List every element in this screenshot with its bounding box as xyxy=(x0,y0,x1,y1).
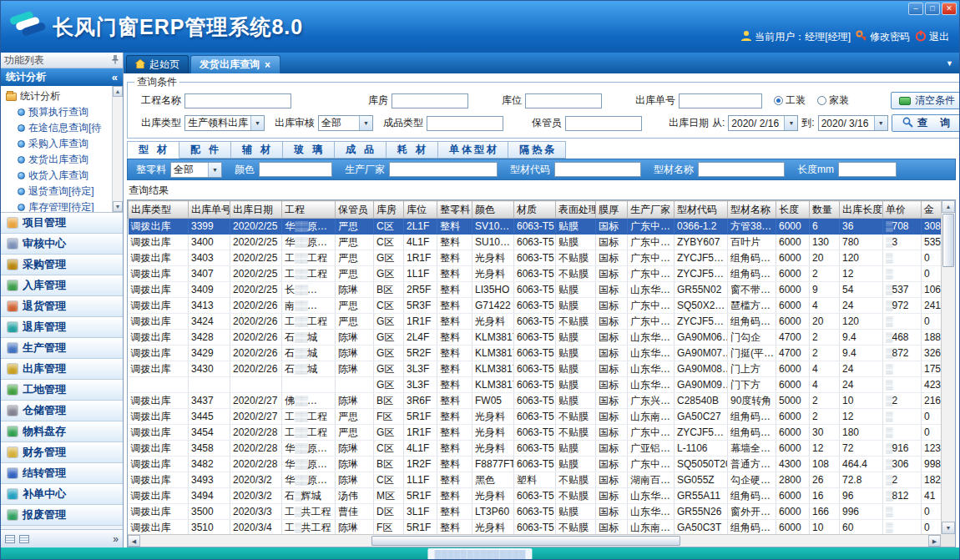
material-tab[interactable]: 玻璃 xyxy=(283,141,335,159)
cell[interactable]: 6063-T5 xyxy=(514,488,556,504)
cell[interactable]: 贴膜 xyxy=(556,298,596,314)
cell[interactable]: 调拨出库 xyxy=(129,282,189,298)
cell[interactable]: 72 xyxy=(840,441,883,457)
cell[interactable]: FW05 xyxy=(472,393,514,409)
cell[interactable]: 2 xyxy=(810,330,840,346)
cell[interactable]: GR55N26 xyxy=(675,504,728,520)
sidebar-item-inbound[interactable]: 入库管理 xyxy=(1,275,123,296)
cell[interactable]: 2020/2/26 xyxy=(230,298,282,314)
table-row[interactable]: 调拨出库34542020/2/28工▒▒工程严思G区1R1F整料光身料6063-… xyxy=(129,425,942,441)
material-tab[interactable]: 型材 xyxy=(127,141,179,159)
cell[interactable]: SV10… xyxy=(472,219,514,235)
cell[interactable]: 光身料 xyxy=(472,266,514,282)
column-header[interactable]: 表面处理 xyxy=(556,201,596,219)
column-header[interactable]: 金 xyxy=(922,201,942,219)
cell[interactable]: 国标 xyxy=(596,346,628,361)
cell[interactable]: 2020/3/2 xyxy=(230,472,282,488)
tree-item[interactable]: 采购入库查询 xyxy=(6,136,111,152)
cell[interactable]: 光身料 xyxy=(472,441,514,457)
cell[interactable]: 国标 xyxy=(596,314,628,330)
column-header[interactable]: 整零料 xyxy=(437,201,472,219)
sidebar-item-supplement[interactable]: 补单中心 xyxy=(1,484,123,505)
cell[interactable]: 3403 xyxy=(189,250,230,266)
cell[interactable]: 光身料 xyxy=(472,314,514,330)
cell[interactable]: 4L1F xyxy=(404,441,437,457)
cell[interactable]: 106 xyxy=(922,282,942,298)
cell[interactable]: 长▒▒… xyxy=(282,282,336,298)
cell[interactable]: ▒306 xyxy=(883,457,922,472)
column-header[interactable]: 出库日期 xyxy=(230,201,282,219)
cell[interactable]: 2L1F xyxy=(404,219,437,235)
cell[interactable]: 1R1F xyxy=(404,425,437,441)
horizontal-scrollbar[interactable]: ◀ ▶ xyxy=(128,534,941,547)
cell[interactable]: 2020/2/25 xyxy=(230,266,282,282)
cell[interactable]: 不贴膜 xyxy=(556,250,596,266)
vertical-scrollbar[interactable]: ▲ ▼ xyxy=(941,200,955,534)
cell[interactable]: 调拨出库 xyxy=(129,298,189,314)
cell[interactable]: 整料 xyxy=(437,250,472,266)
cell[interactable]: 3L3F xyxy=(404,377,437,393)
cell[interactable] xyxy=(129,377,189,393)
cell[interactable]: 贴膜 xyxy=(556,457,596,472)
cell[interactable]: 陈琳 xyxy=(336,520,374,535)
cell[interactable]: 6000 xyxy=(776,219,810,235)
cell[interactable]: 166 xyxy=(810,504,840,520)
table-row[interactable]: 调拨出库33992020/2/25华▒▒原…严思C区2L1F整料SV10…606… xyxy=(129,219,942,235)
cell[interactable]: 2020/2/27 xyxy=(230,409,282,425)
cell[interactable]: 组角码… xyxy=(728,520,776,535)
cell[interactable]: 南▒▒… xyxy=(282,298,336,314)
cell[interactable]: 不贴膜 xyxy=(556,409,596,425)
list-view-icon[interactable] xyxy=(5,535,15,543)
cell[interactable]: 整料 xyxy=(437,314,472,330)
column-header[interactable]: 型材代码 xyxy=(675,201,728,219)
cell[interactable]: 调拨出库 xyxy=(129,219,189,235)
cell[interactable]: 广东中… xyxy=(628,457,675,472)
cell[interactable]: 华▒▒原… xyxy=(282,219,336,235)
cell[interactable]: 3445 xyxy=(189,409,230,425)
table-row[interactable]: 调拨出库34002020/2/25华▒▒原…严思C区4L1F整料SU10…606… xyxy=(129,235,942,250)
cell[interactable] xyxy=(230,377,282,393)
cell[interactable]: 严思 xyxy=(336,409,374,425)
cell[interactable] xyxy=(336,377,374,393)
cell[interactable]: 陈琳 xyxy=(336,361,374,377)
cell[interactable]: 光身料 xyxy=(472,409,514,425)
date-from-picker[interactable]: 2020/ 2/16 ▼ xyxy=(728,115,798,131)
cell[interactable]: 严思 xyxy=(336,250,374,266)
cell[interactable]: 国标 xyxy=(596,441,628,457)
cell[interactable]: 幕墙全… xyxy=(728,441,776,457)
cell[interactable]: 41 xyxy=(922,488,942,504)
cell[interactable]: 调拨出库 xyxy=(129,472,189,488)
column-header[interactable]: 库房 xyxy=(374,201,404,219)
cell[interactable]: G区 xyxy=(374,250,404,266)
cell[interactable]: 6000 xyxy=(776,520,810,535)
scroll-up-arrow[interactable]: ▲ xyxy=(942,200,955,213)
cell[interactable]: 整料 xyxy=(437,298,472,314)
radio-homewear[interactable]: 家装 xyxy=(817,93,849,108)
cell[interactable]: 严思 xyxy=(336,235,374,250)
cell[interactable]: KLM3817 xyxy=(472,377,514,393)
cell[interactable]: 16 xyxy=(810,488,840,504)
cell[interactable]: 不贴膜 xyxy=(556,472,596,488)
cell[interactable]: 光身料 xyxy=(472,425,514,441)
tab-close-icon[interactable]: × xyxy=(264,60,271,70)
cell[interactable]: 2L4F xyxy=(404,330,437,346)
cell[interactable]: 2020/2/25 xyxy=(230,235,282,250)
cell[interactable]: 陈琳 xyxy=(336,330,374,346)
table-row[interactable]: 调拨出库34132020/2/26南▒▒…严思C区5R3F整料G71422606… xyxy=(129,298,942,314)
cell[interactable]: 1L1F xyxy=(404,472,437,488)
cell[interactable]: 严思 xyxy=(336,314,374,330)
cell[interactable]: ▒2 xyxy=(883,393,922,409)
cell[interactable]: 贴膜 xyxy=(556,235,596,250)
cell[interactable]: KLM3817 xyxy=(472,330,514,346)
cell[interactable]: 国标 xyxy=(596,425,628,441)
cell[interactable] xyxy=(189,377,230,393)
table-row[interactable]: 调拨出库34942020/3/2石▒辉城汤伟M区5R1F整料光身料6063-T5… xyxy=(129,488,942,504)
cell[interactable]: 石▒辉城 xyxy=(282,488,336,504)
table-row[interactable]: 调拨出库34932020/3/2华▒▒原…陈琳C区1L1F整料黑色塑料不贴膜国标… xyxy=(129,472,942,488)
change-password-link[interactable]: 修改密码 xyxy=(856,30,910,44)
cell[interactable]: 1R1F xyxy=(404,250,437,266)
cell[interactable]: SU10… xyxy=(472,235,514,250)
cell[interactable]: 整料 xyxy=(437,425,472,441)
cell[interactable]: 国标 xyxy=(596,330,628,346)
table-row[interactable]: 调拨出库34292020/2/26石▒▒城陈琳G区5R2F整料KLM381760… xyxy=(129,346,942,361)
